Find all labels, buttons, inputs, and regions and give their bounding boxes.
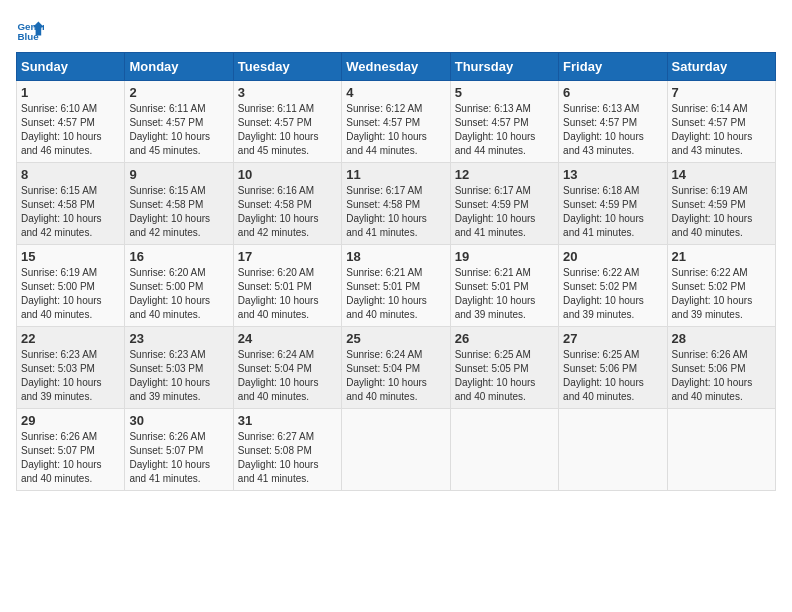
day-info: Sunrise: 6:26 AM Sunset: 5:07 PM Dayligh… bbox=[129, 430, 228, 486]
day-info: Sunrise: 6:14 AM Sunset: 4:57 PM Dayligh… bbox=[672, 102, 771, 158]
day-info: Sunrise: 6:10 AM Sunset: 4:57 PM Dayligh… bbox=[21, 102, 120, 158]
day-info: Sunrise: 6:16 AM Sunset: 4:58 PM Dayligh… bbox=[238, 184, 337, 240]
day-number: 7 bbox=[672, 85, 771, 100]
calendar-cell: 23 Sunrise: 6:23 AM Sunset: 5:03 PM Dayl… bbox=[125, 327, 233, 409]
day-info: Sunrise: 6:22 AM Sunset: 5:02 PM Dayligh… bbox=[563, 266, 662, 322]
day-info: Sunrise: 6:23 AM Sunset: 5:03 PM Dayligh… bbox=[21, 348, 120, 404]
calendar-cell: 4 Sunrise: 6:12 AM Sunset: 4:57 PM Dayli… bbox=[342, 81, 450, 163]
calendar-cell bbox=[667, 409, 775, 491]
calendar-cell: 26 Sunrise: 6:25 AM Sunset: 5:05 PM Dayl… bbox=[450, 327, 558, 409]
calendar-header-friday: Friday bbox=[559, 53, 667, 81]
calendar-cell: 20 Sunrise: 6:22 AM Sunset: 5:02 PM Dayl… bbox=[559, 245, 667, 327]
calendar-cell: 28 Sunrise: 6:26 AM Sunset: 5:06 PM Dayl… bbox=[667, 327, 775, 409]
calendar-cell: 13 Sunrise: 6:18 AM Sunset: 4:59 PM Dayl… bbox=[559, 163, 667, 245]
calendar-week-row: 15 Sunrise: 6:19 AM Sunset: 5:00 PM Dayl… bbox=[17, 245, 776, 327]
calendar-cell bbox=[342, 409, 450, 491]
day-number: 20 bbox=[563, 249, 662, 264]
calendar-cell: 6 Sunrise: 6:13 AM Sunset: 4:57 PM Dayli… bbox=[559, 81, 667, 163]
calendar-header-saturday: Saturday bbox=[667, 53, 775, 81]
calendar-cell: 17 Sunrise: 6:20 AM Sunset: 5:01 PM Dayl… bbox=[233, 245, 341, 327]
day-info: Sunrise: 6:22 AM Sunset: 5:02 PM Dayligh… bbox=[672, 266, 771, 322]
calendar-cell: 7 Sunrise: 6:14 AM Sunset: 4:57 PM Dayli… bbox=[667, 81, 775, 163]
day-number: 5 bbox=[455, 85, 554, 100]
calendar-week-row: 29 Sunrise: 6:26 AM Sunset: 5:07 PM Dayl… bbox=[17, 409, 776, 491]
day-number: 19 bbox=[455, 249, 554, 264]
day-info: Sunrise: 6:24 AM Sunset: 5:04 PM Dayligh… bbox=[238, 348, 337, 404]
logo-icon: General Blue bbox=[16, 16, 44, 44]
calendar-week-row: 22 Sunrise: 6:23 AM Sunset: 5:03 PM Dayl… bbox=[17, 327, 776, 409]
day-number: 24 bbox=[238, 331, 337, 346]
calendar-cell bbox=[450, 409, 558, 491]
day-info: Sunrise: 6:13 AM Sunset: 4:57 PM Dayligh… bbox=[455, 102, 554, 158]
day-info: Sunrise: 6:27 AM Sunset: 5:08 PM Dayligh… bbox=[238, 430, 337, 486]
calendar-header-monday: Monday bbox=[125, 53, 233, 81]
day-info: Sunrise: 6:25 AM Sunset: 5:05 PM Dayligh… bbox=[455, 348, 554, 404]
calendar-week-row: 1 Sunrise: 6:10 AM Sunset: 4:57 PM Dayli… bbox=[17, 81, 776, 163]
day-info: Sunrise: 6:17 AM Sunset: 4:59 PM Dayligh… bbox=[455, 184, 554, 240]
day-number: 25 bbox=[346, 331, 445, 346]
calendar-cell: 8 Sunrise: 6:15 AM Sunset: 4:58 PM Dayli… bbox=[17, 163, 125, 245]
day-info: Sunrise: 6:21 AM Sunset: 5:01 PM Dayligh… bbox=[346, 266, 445, 322]
day-info: Sunrise: 6:19 AM Sunset: 5:00 PM Dayligh… bbox=[21, 266, 120, 322]
calendar-cell: 22 Sunrise: 6:23 AM Sunset: 5:03 PM Dayl… bbox=[17, 327, 125, 409]
day-info: Sunrise: 6:13 AM Sunset: 4:57 PM Dayligh… bbox=[563, 102, 662, 158]
day-number: 18 bbox=[346, 249, 445, 264]
day-number: 9 bbox=[129, 167, 228, 182]
day-info: Sunrise: 6:23 AM Sunset: 5:03 PM Dayligh… bbox=[129, 348, 228, 404]
calendar-cell: 11 Sunrise: 6:17 AM Sunset: 4:58 PM Dayl… bbox=[342, 163, 450, 245]
calendar-cell: 21 Sunrise: 6:22 AM Sunset: 5:02 PM Dayl… bbox=[667, 245, 775, 327]
day-number: 28 bbox=[672, 331, 771, 346]
day-number: 12 bbox=[455, 167, 554, 182]
day-info: Sunrise: 6:19 AM Sunset: 4:59 PM Dayligh… bbox=[672, 184, 771, 240]
calendar-table: SundayMondayTuesdayWednesdayThursdayFrid… bbox=[16, 52, 776, 491]
calendar-cell: 16 Sunrise: 6:20 AM Sunset: 5:00 PM Dayl… bbox=[125, 245, 233, 327]
day-number: 23 bbox=[129, 331, 228, 346]
calendar-cell: 10 Sunrise: 6:16 AM Sunset: 4:58 PM Dayl… bbox=[233, 163, 341, 245]
calendar-cell: 29 Sunrise: 6:26 AM Sunset: 5:07 PM Dayl… bbox=[17, 409, 125, 491]
calendar-header-wednesday: Wednesday bbox=[342, 53, 450, 81]
page-header: General Blue bbox=[16, 16, 776, 44]
day-number: 6 bbox=[563, 85, 662, 100]
day-number: 14 bbox=[672, 167, 771, 182]
day-info: Sunrise: 6:17 AM Sunset: 4:58 PM Dayligh… bbox=[346, 184, 445, 240]
day-number: 3 bbox=[238, 85, 337, 100]
calendar-cell: 1 Sunrise: 6:10 AM Sunset: 4:57 PM Dayli… bbox=[17, 81, 125, 163]
day-number: 2 bbox=[129, 85, 228, 100]
calendar-cell: 31 Sunrise: 6:27 AM Sunset: 5:08 PM Dayl… bbox=[233, 409, 341, 491]
day-number: 22 bbox=[21, 331, 120, 346]
day-info: Sunrise: 6:26 AM Sunset: 5:07 PM Dayligh… bbox=[21, 430, 120, 486]
calendar-header-tuesday: Tuesday bbox=[233, 53, 341, 81]
day-number: 26 bbox=[455, 331, 554, 346]
day-number: 17 bbox=[238, 249, 337, 264]
day-number: 11 bbox=[346, 167, 445, 182]
day-number: 27 bbox=[563, 331, 662, 346]
day-number: 29 bbox=[21, 413, 120, 428]
day-number: 8 bbox=[21, 167, 120, 182]
calendar-cell: 25 Sunrise: 6:24 AM Sunset: 5:04 PM Dayl… bbox=[342, 327, 450, 409]
calendar-cell: 30 Sunrise: 6:26 AM Sunset: 5:07 PM Dayl… bbox=[125, 409, 233, 491]
day-info: Sunrise: 6:11 AM Sunset: 4:57 PM Dayligh… bbox=[129, 102, 228, 158]
day-info: Sunrise: 6:18 AM Sunset: 4:59 PM Dayligh… bbox=[563, 184, 662, 240]
day-info: Sunrise: 6:20 AM Sunset: 5:01 PM Dayligh… bbox=[238, 266, 337, 322]
calendar-header-row: SundayMondayTuesdayWednesdayThursdayFrid… bbox=[17, 53, 776, 81]
calendar-cell: 18 Sunrise: 6:21 AM Sunset: 5:01 PM Dayl… bbox=[342, 245, 450, 327]
day-number: 4 bbox=[346, 85, 445, 100]
day-info: Sunrise: 6:21 AM Sunset: 5:01 PM Dayligh… bbox=[455, 266, 554, 322]
calendar-cell: 15 Sunrise: 6:19 AM Sunset: 5:00 PM Dayl… bbox=[17, 245, 125, 327]
calendar-cell: 14 Sunrise: 6:19 AM Sunset: 4:59 PM Dayl… bbox=[667, 163, 775, 245]
day-number: 31 bbox=[238, 413, 337, 428]
day-info: Sunrise: 6:15 AM Sunset: 4:58 PM Dayligh… bbox=[21, 184, 120, 240]
day-info: Sunrise: 6:26 AM Sunset: 5:06 PM Dayligh… bbox=[672, 348, 771, 404]
day-info: Sunrise: 6:11 AM Sunset: 4:57 PM Dayligh… bbox=[238, 102, 337, 158]
day-info: Sunrise: 6:20 AM Sunset: 5:00 PM Dayligh… bbox=[129, 266, 228, 322]
calendar-cell bbox=[559, 409, 667, 491]
day-number: 15 bbox=[21, 249, 120, 264]
calendar-cell: 12 Sunrise: 6:17 AM Sunset: 4:59 PM Dayl… bbox=[450, 163, 558, 245]
day-info: Sunrise: 6:24 AM Sunset: 5:04 PM Dayligh… bbox=[346, 348, 445, 404]
day-info: Sunrise: 6:15 AM Sunset: 4:58 PM Dayligh… bbox=[129, 184, 228, 240]
calendar-header-thursday: Thursday bbox=[450, 53, 558, 81]
day-info: Sunrise: 6:12 AM Sunset: 4:57 PM Dayligh… bbox=[346, 102, 445, 158]
calendar-cell: 27 Sunrise: 6:25 AM Sunset: 5:06 PM Dayl… bbox=[559, 327, 667, 409]
calendar-cell: 19 Sunrise: 6:21 AM Sunset: 5:01 PM Dayl… bbox=[450, 245, 558, 327]
logo: General Blue bbox=[16, 16, 48, 44]
